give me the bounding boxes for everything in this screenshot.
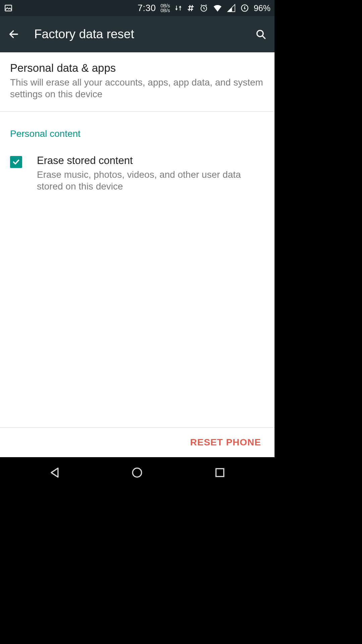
content: Personal data & apps This will erase all… bbox=[0, 52, 275, 457]
personal-data-title: Personal data & apps bbox=[10, 62, 264, 74]
status-bar: 7:30 0B/s 0B/s bbox=[0, 0, 275, 16]
erase-text: Erase stored content Erase music, photos… bbox=[37, 155, 264, 192]
nav-recent-icon[interactable] bbox=[213, 466, 227, 479]
svg-rect-5 bbox=[216, 469, 224, 476]
search-icon[interactable] bbox=[255, 29, 266, 40]
personal-data-desc: This will erase all your accounts, apps,… bbox=[10, 76, 264, 100]
screen: 7:30 0B/s 0B/s bbox=[0, 0, 275, 488]
erase-desc: Erase music, photos, videos, and other u… bbox=[37, 169, 264, 192]
battery-percent: 96% bbox=[254, 3, 270, 13]
button-bar: RESET PHONE bbox=[0, 427, 275, 457]
picture-icon bbox=[4, 4, 13, 12]
alarm-icon bbox=[199, 4, 208, 12]
net-down-label: 0B/s bbox=[161, 8, 170, 13]
power-icon bbox=[240, 4, 249, 12]
back-icon[interactable] bbox=[8, 29, 19, 40]
personal-data-section: Personal data & apps This will erase all… bbox=[0, 52, 275, 112]
svg-point-3 bbox=[257, 31, 263, 37]
erase-title: Erase stored content bbox=[37, 155, 264, 167]
status-clock: 7:30 bbox=[137, 3, 156, 13]
net-up-label: 0B/s bbox=[161, 3, 170, 8]
svg-point-4 bbox=[133, 468, 142, 477]
erase-checkbox[interactable] bbox=[10, 156, 22, 168]
wifi-icon bbox=[213, 3, 222, 13]
nav-bar bbox=[0, 457, 275, 488]
svg-rect-0 bbox=[5, 5, 12, 11]
app-bar: Factory data reset bbox=[0, 16, 275, 52]
erase-stored-content-row[interactable]: Erase stored content Erase music, photos… bbox=[0, 145, 275, 199]
page-title: Factory data reset bbox=[34, 27, 240, 41]
personal-content-header: Personal content bbox=[0, 112, 275, 145]
data-arrows-icon bbox=[175, 4, 182, 12]
signal-icon bbox=[227, 4, 236, 12]
nav-back-icon[interactable] bbox=[48, 466, 61, 479]
hash-icon bbox=[187, 4, 195, 12]
status-left bbox=[4, 4, 13, 12]
nav-home-icon[interactable] bbox=[130, 466, 144, 479]
reset-phone-button[interactable]: RESET PHONE bbox=[190, 437, 261, 448]
network-rate: 0B/s 0B/s bbox=[161, 3, 170, 13]
